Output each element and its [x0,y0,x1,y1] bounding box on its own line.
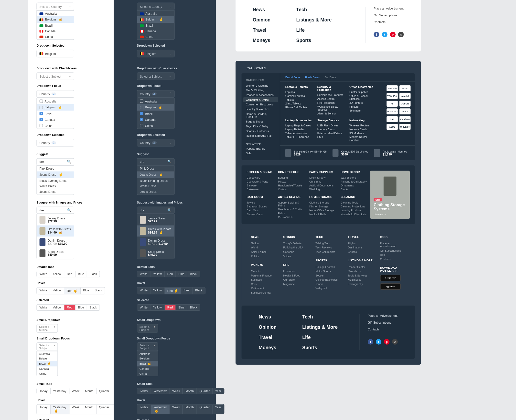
side-popular[interactable]: Popular Brands [242,146,280,151]
product-item[interactable]: Dress with Pleats$34.99 ☝ [37,225,74,237]
link-item[interactable]: Clocks [341,187,367,191]
small-option[interactable]: China [37,371,57,376]
small-dropdown-list-dark[interactable]: Australia Belgium Brazil☝ Canada China [137,351,158,376]
product-item[interactable]: Short Dress$49.99 [37,248,74,259]
news-link[interactable]: Education [283,269,309,273]
suggest-list[interactable]: Pink Dress Jeans Dress☝ Black Evening Dr… [36,165,74,195]
cat-link[interactable]: Printers [349,104,377,108]
option-china[interactable]: China [37,34,74,40]
small-option[interactable]: Brazil☝ [37,361,57,367]
news-link[interactable]: Motor Sports [315,269,341,273]
discover-link[interactable]: Discover→ [374,213,406,216]
brand-logo[interactable]: colorful [399,93,411,99]
link-item[interactable]: Wall Stickers [341,176,367,180]
nav-moneys[interactable]: Moneys [253,38,270,43]
twitter-icon[interactable]: t [376,339,381,345]
news-link[interactable]: Voices [283,254,309,258]
suggest-item[interactable]: Jeans Dress [37,189,74,195]
small-dropdown[interactable]: Select a Subject▾ [36,324,58,333]
link-contacts[interactable]: Contacts [368,328,398,331]
news-link[interactable]: Help [380,252,405,257]
nav-sports[interactable]: Sports [296,38,332,43]
news-link[interactable]: Today's Debate [283,241,309,245]
side-toys[interactable]: Toys, Kids & Baby [242,124,280,128]
tab-brand-zone[interactable]: Brand Zone [285,76,300,79]
brand-logo[interactable]: CHILLIST [399,124,411,130]
facebook-icon[interactable]: f [374,32,379,37]
cat-link[interactable]: Scanners [349,108,377,112]
checkbox[interactable] [40,124,43,127]
small-dropdown-focus[interactable]: Select a Subject▴ [36,342,58,351]
brand-logo[interactable]: SSS [387,116,398,122]
instagram-icon[interactable]: ◎ [398,32,404,37]
brand-logo[interactable]: YOSTON [387,85,398,91]
news-link[interactable]: Our Store [283,277,309,282]
news-link[interactable]: Tennis [315,282,341,286]
news-link[interactable]: World [251,245,276,249]
app-store-badge[interactable]: App Store [380,283,400,290]
country-multi-list[interactable]: Australia Belgium☝ Brazil Canada China [36,98,74,129]
search-field[interactable] [40,160,65,163]
nav-listings[interactable]: Listings & More [296,17,332,22]
cat-link[interactable]: Gaming Laptops [285,94,313,98]
promo-item[interactable]: Samsung Galaxy S8+ 64 Gb$829 [285,149,327,157]
news-link[interactable]: Tech Reviews [315,245,341,249]
link-item[interactable]: Kitchen Storage [309,205,335,208]
option-brazil[interactable]: Brazil [37,23,74,28]
news-link[interactable]: Markets [251,269,276,273]
country-dropdown-list[interactable]: Australia Belgium☝ Brazil Canada China [36,10,74,40]
product-suggest-list[interactable]: Jersey Dress$22.99 Dress with Pleats$34.… [36,214,74,259]
link-item[interactable]: Christmas [309,180,335,184]
product-item[interactable]: Jersey Dress$22.99 [37,214,74,225]
news-link[interactable]: Classifieds [348,269,373,273]
link-item[interactable]: Barware [247,184,273,187]
news-link[interactable]: Tools & Services [348,273,373,277]
country-dropdown-dark[interactable]: Select a Country ⌄ [137,3,175,10]
dropdown-selected-dark[interactable]: Belgium ⌄ [137,50,175,58]
brand-logo[interactable]: ASUS [387,124,398,130]
link-item[interactable]: Needle Arts & Crafts [278,207,304,211]
brand-logo[interactable]: PiPO [399,108,411,114]
option-china[interactable]: China [137,34,174,40]
twitter-icon[interactable]: t [382,32,387,37]
news-link[interactable]: College Football [315,264,341,269]
brand-logo[interactable]: UNIC [399,85,411,91]
option-australia[interactable]: Australia [37,98,74,104]
subject-dropdown[interactable]: Select a Subject ⌄ [36,72,74,80]
link-item[interactable]: Shower Caps [247,212,273,216]
nav-opinion[interactable]: Opinion [259,324,277,329]
side-phones[interactable]: Phones & Accessories [242,92,280,97]
link-item[interactable]: Home Office Storage [309,208,335,212]
nav-travel[interactable]: Travel [253,27,270,32]
cat-link[interactable]: Fire Protection [317,101,345,105]
time-tabs-hover-dark[interactable]: TodayYesterday☝WeekMonthQuarterYear [137,404,224,414]
country-dropdown[interactable]: Select a Country ⌄ [36,3,74,10]
brand-logo[interactable]: TOSHIBA [387,93,398,99]
promo-item[interactable]: Omega IEM Earphones$349 [333,149,368,157]
link-item[interactable]: Bath Mats [247,208,273,212]
option-australia[interactable]: Australia [137,11,174,16]
news-link[interactable]: Destinations [348,245,373,249]
suggest-img-input[interactable]: 🔍 [36,206,74,214]
link-item[interactable]: Hooks & Rails [309,212,335,216]
color-tabs[interactable]: White Yellow Red Blue Black [36,271,100,277]
side-new[interactable]: New Arrivals [242,141,280,146]
side-computer-office[interactable]: Computer & Office [243,97,278,102]
cat-link[interactable]: Laptop Batteries [285,127,313,131]
suggest-item[interactable]: Black Evening Dress [37,178,74,184]
small-option[interactable]: Belgium [37,356,57,361]
country-multi-dropdown[interactable]: Country2 ⌃ [36,90,74,98]
link-item[interactable]: Ornaments [341,184,367,187]
link-item[interactable]: Bedding [278,176,304,180]
option-brazil[interactable]: Brazil [37,111,74,117]
tab-flash-deals[interactable]: Flash Deals [305,76,320,79]
side-bags[interactable]: Bags & Shoes [242,119,280,124]
news-link[interactable]: Soccer [315,273,341,277]
news-link[interactable]: Business [251,277,276,282]
product-suggest-list-dark[interactable]: Jersey Dress$22.99 Dress with Pleats$34.… [137,214,175,259]
pinterest-icon[interactable]: p [390,32,396,37]
cat-link[interactable]: Network Cards [349,127,377,131]
news-link[interactable]: Policing the USA [283,245,309,249]
small-dropdown-dark[interactable]: Select a Subject▾ [137,324,158,333]
option-belgium[interactable]: Belgium☝ [37,104,74,111]
